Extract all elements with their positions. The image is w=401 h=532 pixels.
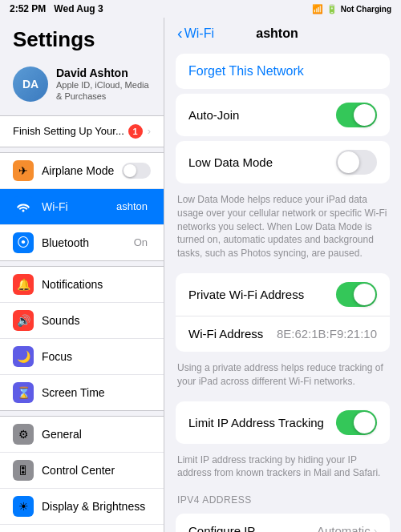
screentime-label: Screen Time [42,386,151,399]
wifi-address-row: Wi-Fi Address 8E:62:1B:F9:21:10 [176,316,390,352]
controlcenter-icon: 🎛 [13,460,34,481]
focus-label: Focus [42,350,151,363]
sidebar-item-airplane[interactable]: ✈ Airplane Mode [0,153,164,189]
notifications-icon: 🔔 [13,274,34,295]
configure-ip-row[interactable]: Configure IP Automatic › [176,514,390,532]
sidebar-item-sounds[interactable]: 🔊 Sounds [0,303,164,339]
configure-ip-chevron: › [374,525,377,532]
private-wifi-section: Private Wi-Fi Address Wi-Fi Address 8E:6… [176,273,390,352]
private-wifi-row: Private Wi-Fi Address [176,273,390,316]
auto-join-row: Auto-Join [176,94,390,136]
wifi-label: Wi-Fi [42,200,116,213]
profile-section[interactable]: DA David Ashton Apple ID, iCloud, Media … [0,58,164,111]
bluetooth-icon: ⦿ [13,232,34,253]
airplane-icon: ✈ [13,160,34,181]
sidebar-item-screentime[interactable]: ⌛ Screen Time [0,375,164,410]
sidebar-section-system: 🔔 Notifications 🔊 Sounds 🌙 Focus ⌛ Scree… [0,266,164,411]
airplane-toggle[interactable] [122,163,151,179]
status-time: 2:52 PM Wed Aug 3 [10,3,103,14]
private-wifi-description: Using a private address helps reduce tra… [164,357,401,397]
bluetooth-value: On [134,236,148,248]
forget-network-row[interactable]: Forget This Network [176,54,390,89]
status-bar: 2:52 PM Wed Aug 3 📶 🔋 Not Charging [0,0,401,18]
general-label: General [42,428,151,441]
ipv4-section: Configure IP Automatic › IP Address 192.… [176,514,390,532]
private-wifi-toggle[interactable] [336,282,377,307]
sidebar-item-display[interactable]: ☀ Display & Brightness [0,489,164,525]
private-wifi-label: Private Wi-Fi Address [188,288,304,301]
profile-name: David Ashton [56,66,151,79]
chevron-icon: › [148,125,151,137]
low-data-toggle[interactable] [336,150,377,175]
settings-title: Settings [0,18,164,58]
sidebar-item-homescreen[interactable]: 📱 Home Screen & Dock [0,525,164,532]
back-label: Wi-Fi [184,26,214,41]
detail-panel: ‹ Wi-Fi ashton Forget This Network Auto-… [164,18,401,532]
finish-setup-row[interactable]: Finish Setting Up Your... 1 › [0,115,164,147]
profile-subtitle: Apple ID, iCloud, Media & Purchases [56,79,151,103]
sidebar-section-connectivity: ✈ Airplane Mode Wi-Fi ashton ⦿ Bluetooth… [0,152,164,261]
back-button[interactable]: ‹ Wi-Fi [177,24,214,42]
limit-ip-label: Limit IP Address Tracking [188,416,324,429]
bluetooth-label: Bluetooth [42,236,134,249]
sidebar-item-controlcenter[interactable]: 🎛 Control Center [0,453,164,489]
notifications-label: Notifications [42,278,151,291]
status-icons: 📶 🔋 Not Charging [312,4,391,14]
configure-ip-value: Automatic [317,524,371,532]
app-container: Settings DA David Ashton Apple ID, iClou… [0,18,401,532]
detail-title: ashton [214,26,340,41]
wifi-address-value: 8E:62:1B:F9:21:10 [277,327,377,341]
low-data-section: Low Data Mode [176,141,390,183]
auto-join-section: Auto-Join [176,94,390,136]
auto-join-label: Auto-Join [188,108,239,122]
low-data-row: Low Data Mode [176,141,390,183]
limit-ip-section: Limit IP Address Tracking [176,401,390,444]
limit-ip-toggle[interactable] [336,410,377,435]
limit-ip-row: Limit IP Address Tracking [176,401,390,444]
wifi-value: ashton [116,200,148,212]
controlcenter-label: Control Center [42,464,151,477]
ipv4-header: IPV4 ADDRESS [164,488,401,509]
sidebar-section-more: ⚙ General 🎛 Control Center ☀ Display & B… [0,416,164,532]
display-label: Display & Brightness [42,500,151,513]
auto-join-toggle[interactable] [336,103,377,127]
sidebar-item-focus[interactable]: 🌙 Focus [0,339,164,375]
sidebar-item-general[interactable]: ⚙ General [0,417,164,453]
low-data-description: Low Data Mode helps reduce your iPad dat… [164,188,401,268]
general-icon: ⚙ [13,424,34,445]
sounds-label: Sounds [42,314,151,327]
wifi-icon [13,196,34,217]
detail-header: ‹ Wi-Fi ashton [164,18,401,49]
forget-network-label[interactable]: Forget This Network [188,64,304,79]
screentime-icon: ⌛ [13,382,34,403]
airplane-label: Airplane Mode [42,164,122,177]
avatar: DA [13,66,48,102]
finish-badge: 1 [128,124,143,139]
focus-icon: 🌙 [13,346,34,367]
sounds-icon: 🔊 [13,310,34,331]
forget-network-section: Forget This Network [176,54,390,89]
low-data-label: Low Data Mode [188,155,273,169]
sidebar: Settings DA David Ashton Apple ID, iClou… [0,18,164,532]
limit-ip-description: Limit IP address tracking by hiding your… [164,449,401,489]
sidebar-item-bluetooth[interactable]: ⦿ Bluetooth On [0,225,164,260]
sidebar-item-wifi[interactable]: Wi-Fi ashton [0,189,164,225]
wifi-address-label: Wi-Fi Address [188,327,263,341]
back-chevron-icon: ‹ [177,24,183,42]
finish-setup-label: Finish Setting Up Your... [13,125,124,137]
display-icon: ☀ [13,496,34,517]
configure-ip-label: Configure IP [188,524,255,532]
sidebar-item-notifications[interactable]: 🔔 Notifications [0,267,164,303]
